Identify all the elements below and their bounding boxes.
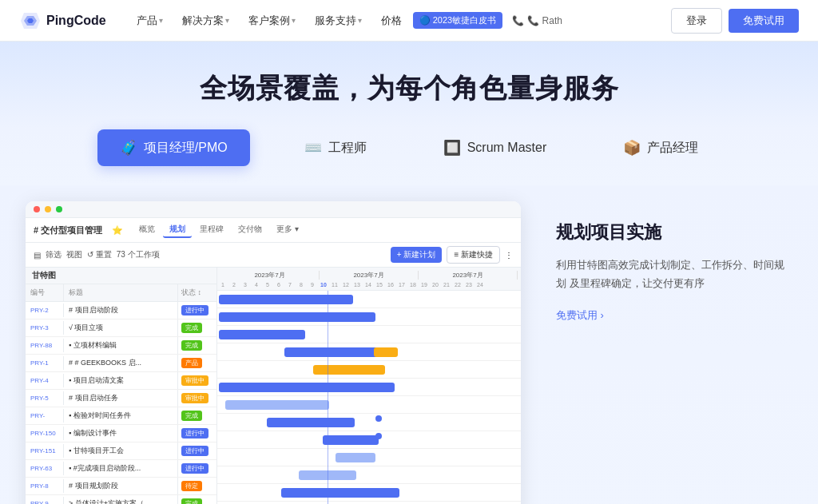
phone-number: 📞 Rath xyxy=(527,15,562,26)
gantt-bars-area xyxy=(217,291,521,504)
nav-label-solution: 解决方案 xyxy=(182,14,224,28)
phone-icon: 📞 xyxy=(512,15,524,26)
right-panel: 规划项目实施 利用甘特图高效完成计划制定、工作拆分、时间规划 及里程碑确定，让交… xyxy=(546,201,792,323)
row-title: ▪ 编制设计事件 xyxy=(64,425,178,442)
role-tab-pm[interactable]: 📦 产品经理 xyxy=(601,129,721,166)
login-button[interactable]: 登录 xyxy=(671,8,722,34)
gantt-rows: PRY-2 # 项目启动阶段 进行中 PRY-3 √ 项目立项 完成 PRY-8… xyxy=(26,302,216,504)
col-header-id: 编号 xyxy=(26,284,64,301)
nav-label-support: 服务支持 xyxy=(315,14,356,28)
row-title: ▪ 项目启动清文案 xyxy=(64,372,178,389)
gantt-bar[interactable] xyxy=(281,488,399,498)
row-status: 待定 xyxy=(178,478,216,494)
gantt-settings-icon[interactable]: ⋮ xyxy=(505,251,513,260)
gantt-day-11: 11 xyxy=(329,282,340,288)
gantt-day-7: 7 xyxy=(284,282,296,288)
status-badge: 进行中 xyxy=(181,428,208,439)
gantt-card: # 交付型项目管理 ⭐ 概览 规划 里程碑 交付物 更多 ▾ ▤ 筛选 视图 ↺… xyxy=(26,201,521,504)
role-tab-pmo[interactable]: 🧳 项目经理/PMO xyxy=(97,129,250,166)
table-row: PRY-9 > 总体设计+实施方案（... 完成 xyxy=(26,495,216,504)
gantt-tab-delivery[interactable]: 交付物 xyxy=(232,222,268,238)
gantt-day-row: 123456789101112131415161718192021222324 xyxy=(217,281,521,288)
row-title: ▪ 立项材料编辑 xyxy=(64,337,178,354)
row-status: 审批中 xyxy=(178,372,216,389)
gantt-tab-overview[interactable]: 概览 xyxy=(133,222,161,238)
role-label-pmo: 项目经理/PMO xyxy=(144,140,228,157)
gantt-day-15: 15 xyxy=(374,282,385,288)
gantt-tabs: 概览 规划 里程碑 交付物 更多 ▾ xyxy=(133,222,305,238)
status-badge: 进行中 xyxy=(181,463,208,474)
new-issue-button[interactable]: ≡ 新建快捷 xyxy=(447,246,500,264)
row-id: PRY-1 xyxy=(26,356,64,370)
nav-item-cases[interactable]: 客户案例 ▾ xyxy=(240,9,304,33)
gantt-bar[interactable] xyxy=(219,330,305,339)
status-badge: 进行中 xyxy=(181,446,208,456)
gantt-bar[interactable] xyxy=(313,365,385,375)
row-id: PRY-88 xyxy=(26,339,64,352)
table-row: PRY-88 ▪ 立项材料编辑 完成 xyxy=(26,337,216,355)
table-row: PRY-150 ▪ 编制设计事件 进行中 xyxy=(26,425,216,442)
table-row: PRY-151 ▪ 甘特项目开工会 进行中 xyxy=(26,442,216,460)
gantt-tab-plan[interactable]: 规划 xyxy=(163,222,192,238)
brand-name: PingCode xyxy=(46,14,106,28)
gantt-tab-more[interactable]: 更多 ▾ xyxy=(270,222,305,238)
brand-logo[interactable]: PingCode xyxy=(19,10,106,32)
gantt-bar[interactable] xyxy=(299,470,356,480)
gantt-bar[interactable] xyxy=(323,435,379,445)
gantt-reset-label[interactable]: ↺ 重置 xyxy=(87,249,112,260)
gantt-dot: ⭐ xyxy=(112,225,123,236)
row-status: 进行中 xyxy=(178,425,216,442)
right-panel-description: 利用甘特图高效完成计划制定、工作拆分、时间规划 及里程碑确定，让交付更有序 xyxy=(556,256,792,293)
nav-label-price: 价格 xyxy=(381,14,402,26)
gantt-bar[interactable] xyxy=(267,418,355,427)
gantt-tab-milestone[interactable]: 里程碑 xyxy=(193,222,230,238)
right-panel-title: 规划项目实施 xyxy=(556,220,792,244)
nav-badge-whitepaper[interactable]: 🔵 2023敏捷白皮书 xyxy=(413,12,503,29)
role-tab-scrum[interactable]: 🔲 Scrum Master xyxy=(421,129,570,166)
gantt-month-july-2: 2023年7月 xyxy=(320,271,419,280)
gantt-bar-row xyxy=(217,326,521,343)
nav-item-support[interactable]: 服务支持 ▾ xyxy=(307,9,370,33)
role-label-scrum: Scrum Master xyxy=(467,141,547,155)
scrum-icon: 🔲 xyxy=(443,139,461,157)
gantt-month-row: 2023年7月 2023年7月 2023年7月 xyxy=(217,269,521,281)
table-row: PRY-63 ▪ #完成项目启动阶段... 进行中 xyxy=(26,460,216,478)
pm-icon: 📦 xyxy=(623,139,641,157)
row-id: PRY-8 xyxy=(26,479,64,493)
gantt-bar[interactable] xyxy=(336,453,375,462)
hero-section: 全场景覆盖，为每个角色量身服务 🧳 项目经理/PMO ⌨️ 工程师 🔲 Scru… xyxy=(0,42,818,185)
role-tab-engineer[interactable]: ⌨️ 工程师 xyxy=(282,129,389,166)
gantt-marker xyxy=(375,433,382,439)
gantt-chart: 2023年7月 2023年7月 2023年7月 1234567891011121… xyxy=(217,268,521,504)
free-trial-button[interactable]: 免费试用 xyxy=(729,9,799,33)
row-id: PRY-4 xyxy=(26,374,64,387)
gantt-bar[interactable] xyxy=(284,347,388,357)
nav-item-product[interactable]: 产品 ▾ xyxy=(129,9,171,33)
nav-item-solution[interactable]: 解决方案 ▾ xyxy=(174,9,237,33)
gantt-bar[interactable] xyxy=(219,383,395,392)
gantt-view-label[interactable]: 视图 xyxy=(66,249,82,260)
gantt-bar[interactable] xyxy=(219,295,353,304)
gantt-filter-label[interactable]: 筛选 xyxy=(46,249,62,260)
new-plan-button[interactable]: + 新建计划 xyxy=(391,247,443,263)
table-row: PRY-8 # 项目规划阶段 待定 xyxy=(26,478,216,495)
gantt-day-3: 3 xyxy=(240,282,251,288)
nav-actions: 登录 免费试用 xyxy=(671,8,799,34)
row-title: ▪ #完成项目启动阶段... xyxy=(64,460,178,477)
right-panel-link[interactable]: 免费试用 › xyxy=(556,309,604,321)
gantt-title-bar: # 交付型项目管理 ⭐ 概览 规划 里程碑 交付物 更多 ▾ xyxy=(26,218,521,243)
gantt-day-10: 10 xyxy=(318,282,329,288)
role-label-engineer: 工程师 xyxy=(328,140,367,157)
pingcode-logo-icon xyxy=(19,10,42,32)
table-row: PRY-1 # # GEEKBOOKS 启... 产品 xyxy=(26,355,216,372)
row-status: 进行中 xyxy=(178,302,216,319)
gantt-day-22: 22 xyxy=(452,282,463,288)
gantt-bar[interactable] xyxy=(225,400,329,410)
gantt-body: 甘特图 编号 标题 状态 ↕ PRY-2 # 项目启动阶段 进行中 PRY-3 … xyxy=(26,268,521,504)
nav-item-price[interactable]: 价格 xyxy=(373,9,410,33)
table-row: PRY-3 √ 项目立项 完成 xyxy=(26,319,216,337)
chevron-down-icon: ▾ xyxy=(225,16,229,25)
gantt-bar[interactable] xyxy=(219,312,375,322)
chevron-down-icon: ▾ xyxy=(292,16,296,25)
role-label-pm: 产品经理 xyxy=(647,140,698,157)
